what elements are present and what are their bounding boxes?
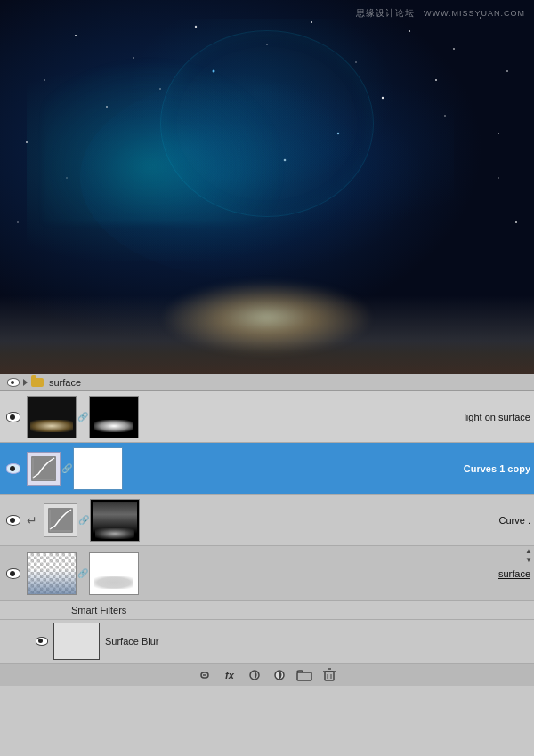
- svg-point-4: [311, 21, 312, 23]
- svg-point-17: [66, 177, 67, 178]
- link-icon-4: 🔗: [79, 568, 86, 578]
- smart-filters-label: Smart Filters: [71, 605, 126, 615]
- layer-row-light-on-surface[interactable]: 🔗 light on surface: [0, 391, 534, 443]
- layer-name-1: light on surface: [460, 412, 530, 422]
- curves-symbol-3: [48, 508, 73, 533]
- watermark: 思缘设计论坛 WWW.MISSYUAN.COM: [356, 7, 525, 20]
- watermark-left: 思缘设计论坛: [356, 8, 415, 18]
- svg-point-11: [106, 106, 108, 108]
- footer-fill-icon[interactable]: [246, 668, 263, 682]
- header-collapse-icon[interactable]: [23, 379, 28, 386]
- footer-fx-icon[interactable]: fx: [221, 668, 239, 682]
- surface-blur-label: Surface Blur: [105, 636, 159, 647]
- header-eye-icon[interactable]: [7, 378, 20, 387]
- footer-adjustment-icon[interactable]: [271, 668, 288, 682]
- scroll-indicator: ▲ ▼: [525, 546, 532, 600]
- thumb-mask-2: [73, 447, 123, 490]
- thumb-mask-1: [89, 396, 139, 438]
- eye-col-4: [4, 568, 23, 579]
- header-folder-icon: [31, 378, 44, 387]
- svg-point-21: [498, 177, 499, 179]
- svg-point-14: [444, 115, 446, 117]
- eye-col-2: [4, 463, 23, 474]
- thumb-area-1: 🔗: [23, 394, 460, 440]
- curves-symbol-2: [31, 456, 56, 481]
- svg-point-3: [266, 44, 268, 45]
- svg-point-18: [213, 70, 215, 73]
- panel-header-icons: [7, 378, 44, 387]
- thumb-image-1: [27, 396, 77, 438]
- layer-row-curves-copy[interactable]: 🔗 Curves 1 copy: [0, 443, 534, 495]
- svg-point-10: [44, 79, 45, 81]
- adj-icon-3: [44, 503, 77, 537]
- svg-point-13: [382, 97, 384, 99]
- svg-point-1: [133, 57, 134, 59]
- scroll-down-arrow[interactable]: ▼: [525, 557, 532, 564]
- layers-panel: surface 🔗 light on surface: [0, 374, 534, 686]
- layer-row-curve[interactable]: ↵ 🔗 Curve .: [0, 495, 534, 546]
- svg-point-12: [159, 88, 160, 89]
- svg-point-22: [17, 221, 18, 222]
- ground-light-center: [160, 280, 374, 355]
- svg-point-23: [515, 221, 517, 223]
- svg-point-0: [75, 35, 77, 36]
- surface-blur-row[interactable]: Surface Blur: [0, 620, 534, 664]
- layer-name-2: Curves 1 copy: [460, 463, 530, 474]
- footer-delete-icon[interactable]: [320, 668, 338, 682]
- eye-icon-surface-blur[interactable]: [36, 637, 48, 646]
- svg-point-9: [506, 70, 508, 72]
- footer-group-icon[interactable]: [295, 668, 313, 682]
- indent-arrow-3: ↵: [27, 513, 37, 527]
- thumb-image-4: [27, 552, 77, 595]
- eye-col-3: [4, 515, 23, 526]
- svg-point-19: [337, 133, 339, 134]
- svg-point-7: [453, 48, 455, 50]
- link-icon-2: 🔗: [63, 463, 70, 473]
- svg-rect-34: [297, 672, 312, 680]
- link-icon-3: 🔗: [80, 515, 87, 525]
- svg-point-20: [435, 79, 437, 81]
- svg-point-24: [284, 159, 287, 162]
- thumb-area-4: 🔗: [23, 551, 495, 597]
- group-name: surface: [49, 377, 81, 388]
- thumb-mask-3: [90, 499, 140, 542]
- thumb-area-3: ↵ 🔗: [23, 497, 496, 543]
- eye-icon-3[interactable]: [6, 515, 20, 526]
- main-canvas: 思缘设计论坛 WWW.MISSYUAN.COM: [0, 0, 534, 374]
- thumb-area-2: 🔗: [23, 446, 460, 492]
- link-icon-1: 🔗: [79, 412, 86, 422]
- layer-row-surface[interactable]: 🔗 surface ▲ ▼: [0, 546, 534, 601]
- svg-point-5: [355, 61, 356, 62]
- footer-link-icon[interactable]: [196, 668, 214, 682]
- panel-header: surface: [0, 374, 534, 391]
- eye-icon-4[interactable]: [6, 568, 20, 579]
- svg-point-15: [498, 133, 499, 134]
- eye-icon-2[interactable]: [6, 463, 20, 474]
- smart-thumb: [53, 623, 100, 660]
- panel-footer: fx: [0, 664, 534, 686]
- adj-icon-2: [27, 452, 61, 486]
- eye-icon-1[interactable]: [6, 412, 20, 422]
- svg-point-16: [26, 141, 28, 143]
- svg-rect-35: [325, 672, 334, 680]
- thumb-mask-4: [89, 552, 139, 595]
- watermark-right: WWW.MISSYUAN.COM: [424, 9, 525, 18]
- layer-name-3: Curve .: [496, 515, 530, 526]
- scroll-up-arrow[interactable]: ▲: [525, 548, 532, 555]
- svg-point-2: [195, 26, 197, 28]
- fx-label: fx: [225, 670, 234, 680]
- svg-point-6: [409, 30, 410, 32]
- eye-col-1: [4, 412, 23, 422]
- smart-filters-row: Smart Filters: [0, 601, 534, 620]
